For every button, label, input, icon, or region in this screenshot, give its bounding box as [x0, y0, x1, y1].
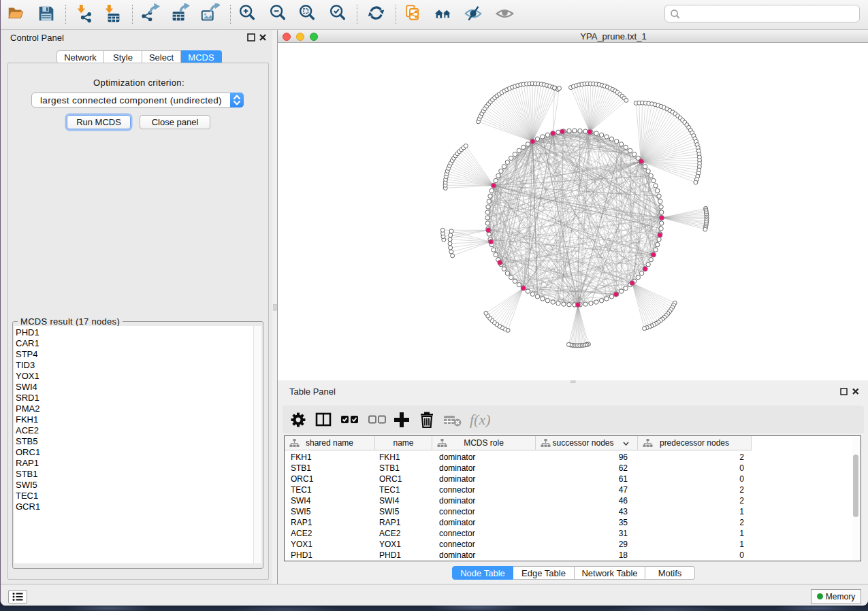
svg-text:f(x): f(x) — [470, 411, 490, 428]
